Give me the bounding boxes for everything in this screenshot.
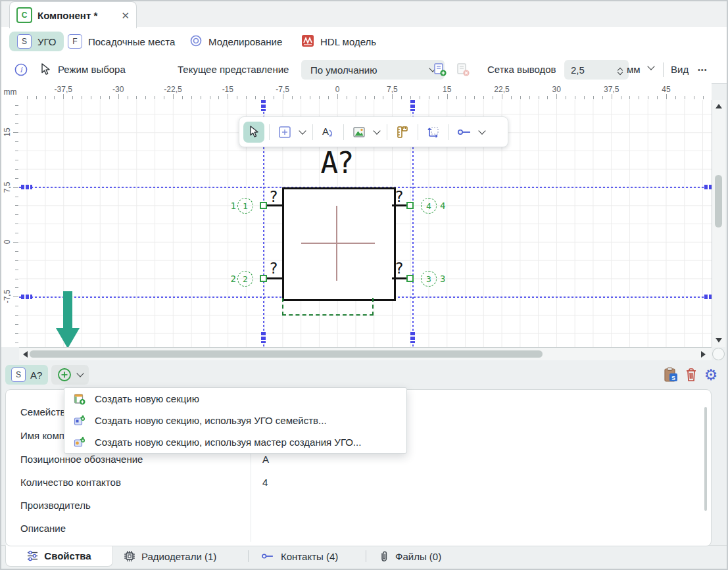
menu-item-label: Создать новую секцию — [95, 393, 199, 404]
section-tab-label: A? — [30, 369, 42, 381]
h-scrollbar[interactable] — [19, 347, 712, 361]
view-tabbar: S УГО F Посадочные места Моделирование H… — [0, 27, 728, 57]
pin-1[interactable]: 1 1 ? — [228, 196, 301, 218]
pin-pad-circle[interactable]: 1 — [237, 198, 253, 214]
guide-handle[interactable] — [261, 332, 266, 343]
pin-grid-stepper[interactable]: 2,5 — [564, 60, 629, 80]
guide-handle[interactable] — [410, 332, 415, 343]
image-icon — [352, 125, 366, 139]
view-select[interactable]: По умолчанию — [301, 60, 445, 80]
symbol-origin-crosshair — [301, 243, 375, 244]
pin-4[interactable]: 4 4 ? — [392, 196, 465, 218]
guide-handle[interactable] — [21, 185, 32, 189]
unit-chevron-icon[interactable] — [647, 62, 654, 70]
tab-component[interactable]: C Компонент * ✕ — [9, 1, 137, 28]
tab-properties[interactable]: Свойства — [5, 545, 113, 567]
scroll-up-icon[interactable] — [716, 104, 722, 108]
pin-pad-circle[interactable]: 2 — [237, 271, 253, 287]
pin-pad-circle[interactable]: 4 — [421, 198, 437, 214]
delete-section-button[interactable] — [683, 366, 700, 383]
component-editor-window: C Компонент * ✕ S УГО F Посадочные места… — [0, 0, 728, 570]
scroll-right-icon[interactable] — [701, 351, 706, 358]
grid-tool-chevron[interactable] — [297, 131, 308, 133]
pin-hotspot[interactable] — [260, 202, 267, 209]
guide-handle[interactable] — [704, 295, 712, 299]
select-mode-label: Режим выбора — [58, 64, 126, 75]
v-scroll-thumb[interactable] — [715, 175, 722, 227]
pan-button[interactable] — [712, 347, 725, 360]
select-tool-button[interactable] — [243, 122, 264, 143]
pin-lead[interactable] — [392, 277, 407, 279]
prop-label: Производитель — [20, 500, 91, 511]
more-options-button[interactable]: ••• — [698, 66, 708, 74]
tab-footprints[interactable]: F Посадочные места — [68, 32, 175, 51]
image-tool-button[interactable] — [349, 122, 370, 143]
scroll-down-icon[interactable] — [716, 338, 722, 343]
pin-icon — [456, 127, 472, 137]
tab-contacts[interactable]: Контакты (4) — [260, 546, 338, 567]
pin-name-placeholder: ? — [269, 260, 278, 277]
info-icon[interactable]: i — [14, 63, 28, 79]
bottom-tabbar: Свойства Радиодетали (1) Контакты (4) Фа… — [0, 545, 728, 567]
text-tool-button[interactable]: A — [318, 122, 339, 143]
tab-files[interactable]: Файлы (0) — [379, 546, 441, 567]
add-section-chevron[interactable] — [76, 369, 84, 377]
component-icon: C — [16, 7, 32, 23]
guide-handle[interactable] — [21, 295, 32, 299]
tab-files-label: Файлы (0) — [395, 551, 441, 562]
menu-item-new-section[interactable]: Создать новую секцию — [64, 388, 406, 410]
pin-tool-button[interactable] — [454, 122, 475, 143]
tab-footprints-label: Посадочные места — [88, 36, 175, 47]
image-tool-chevron[interactable] — [372, 131, 382, 133]
add-section-menu: Создать новую секцию Создать новую секци… — [64, 387, 407, 454]
pin-hotspot[interactable] — [406, 275, 414, 282]
new-section-wizard-icon — [74, 437, 85, 448]
unit-select-value[interactable]: мм — [627, 64, 641, 75]
menu-item-new-section-wizard[interactable]: Создать новую секцию, используя мастер с… — [64, 431, 406, 453]
measure-tool-button[interactable] — [392, 122, 413, 143]
pin-tool-chevron[interactable] — [477, 131, 487, 133]
guide-handle[interactable] — [704, 185, 712, 189]
origin-tool-button[interactable] — [423, 122, 444, 143]
spiral-icon — [189, 34, 203, 49]
guide-handle[interactable] — [261, 100, 266, 111]
scroll-left-icon[interactable] — [23, 351, 28, 358]
pin-icon — [260, 552, 275, 561]
schematic-canvas[interactable]: A A? 1 — [19, 100, 712, 347]
prop-value-designator[interactable]: A — [262, 454, 269, 465]
axes-icon — [426, 125, 441, 139]
tab-ugo[interactable]: S УГО — [9, 32, 64, 51]
grid-crosshair-icon — [278, 125, 292, 139]
close-icon[interactable]: ✕ — [121, 11, 130, 20]
paste-section-button[interactable]: S — [662, 366, 679, 383]
select-mode-icon[interactable] — [39, 63, 51, 78]
add-section-button[interactable] — [51, 365, 89, 385]
pin-lead[interactable] — [267, 277, 282, 279]
guide-handle[interactable] — [410, 100, 415, 111]
prop-value-pin-count[interactable]: 4 — [262, 477, 268, 488]
view-select-value: По умолчанию — [310, 64, 377, 76]
settings-gear-icon[interactable]: ⚙ — [702, 366, 719, 383]
v-scrollbar[interactable] — [712, 100, 725, 347]
prop-label: Описание — [20, 523, 66, 534]
pin-pad-circle[interactable]: 3 — [421, 271, 437, 287]
menu-item-new-section-from-family[interactable]: Создать новую секцию, используя УГО семе… — [64, 410, 406, 431]
panel-scroll-thumb[interactable] — [704, 407, 707, 511]
ruler-icon — [395, 125, 410, 139]
pin-3[interactable]: 3 3 ? — [392, 269, 465, 291]
canvas-tool-palette: A — [239, 116, 508, 147]
stepper-arrows-icon[interactable] — [618, 66, 622, 74]
section-tab-a[interactable]: S A? — [5, 365, 48, 385]
pin-hotspot[interactable] — [406, 202, 414, 209]
symbol-designator-label[interactable]: A? — [314, 146, 360, 179]
tab-modeling[interactable]: Моделирование — [189, 32, 282, 51]
pin-grid-value: 2,5 — [571, 64, 585, 76]
view-menu-button[interactable]: Вид — [671, 64, 689, 75]
grid-tool-button[interactable] — [274, 122, 295, 143]
add-view-icon[interactable] — [433, 62, 447, 80]
h-scroll-thumb[interactable] — [30, 350, 543, 358]
tab-parts[interactable]: Радиодетали (1) — [124, 546, 216, 567]
pin-hotspot[interactable] — [260, 275, 267, 282]
tab-hdl[interactable]: HDL модель — [301, 32, 376, 51]
pin-2[interactable]: 2 2 ? — [228, 269, 301, 291]
